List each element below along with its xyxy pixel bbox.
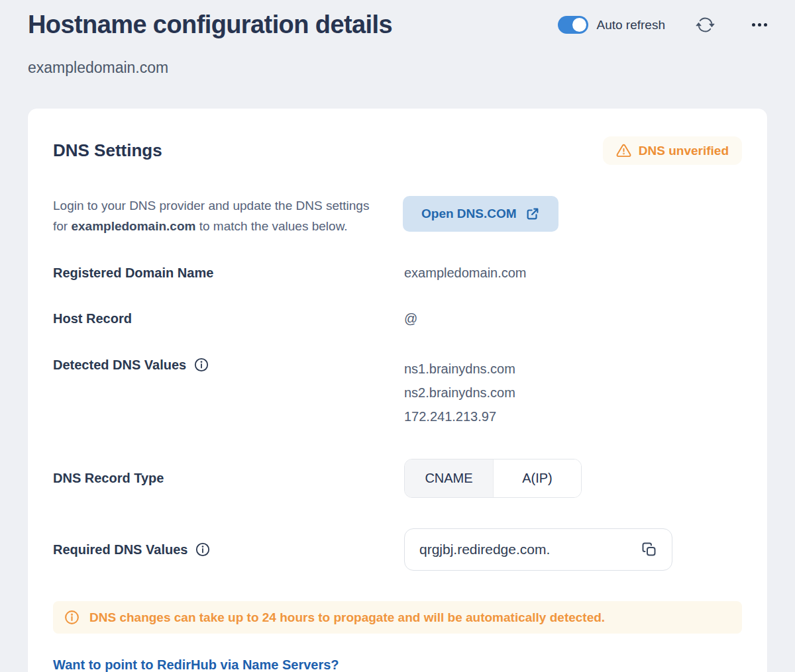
page-title: Hostname configuration details: [28, 11, 392, 39]
dns-settings-title: DNS Settings: [53, 140, 162, 161]
detected-dns-values: ns1.brainydns.com ns2.brainydns.com 172.…: [404, 357, 515, 428]
external-link-icon: [525, 207, 540, 221]
info-circle-icon[interactable]: [195, 542, 211, 557]
field-registered-domain: Registered Domain Name exampledomain.com: [53, 265, 742, 281]
host-record-value: @: [404, 311, 417, 326]
detected-dns-label: Detected DNS Values: [53, 358, 186, 373]
required-dns-label: Required DNS Values: [53, 542, 187, 557]
dns-propagation-notice: DNS changes can take up to 24 hours to p…: [53, 601, 742, 634]
dns-settings-card: DNS Settings DNS unverified Login to you…: [28, 109, 767, 672]
record-type-segmented-control: CNAME A(IP): [404, 459, 582, 498]
auto-refresh-label: Auto refresh: [597, 18, 666, 32]
field-host-record: Host Record @: [53, 311, 742, 326]
detected-dns-value-1: ns1.brainydns.com: [404, 357, 515, 381]
hostname-configuration-page: Hostname configuration details Auto refr…: [0, 0, 795, 672]
registered-domain-value: exampledomain.com: [404, 265, 527, 281]
refresh-sync-icon: [696, 15, 715, 34]
copy-icon: [641, 542, 657, 557]
info-circle-icon[interactable]: [193, 357, 209, 373]
notice-text: DNS changes can take up to 24 hours to p…: [89, 610, 605, 625]
dns-status-badge: DNS unverified: [603, 136, 742, 165]
dns-status-label: DNS unverified: [639, 144, 729, 158]
open-dns-button-label: Open DNS.COM: [421, 207, 517, 221]
auto-refresh-toggle[interactable]: [558, 16, 588, 34]
detected-dns-value-2: ns2.brainydns.com: [404, 381, 515, 405]
copy-button[interactable]: [641, 542, 657, 557]
intro-domain: exampledomain.com: [71, 219, 195, 233]
field-detected-dns: Detected DNS Values ns1.brainydns.com ns…: [53, 357, 742, 428]
host-record-label: Host Record: [53, 311, 132, 326]
warning-triangle-icon: [616, 143, 631, 158]
field-required-dns: Required DNS Values qrgjbj.rediredge.com…: [53, 528, 742, 571]
ellipsis-menu-icon: [752, 23, 755, 26]
page-subtitle-domain: exampledomain.com: [28, 59, 767, 77]
card-header: DNS Settings DNS unverified: [53, 136, 742, 165]
nameserver-link[interactable]: Want to point to RedirHub via Name Serve…: [53, 657, 339, 672]
dns-fields: Registered Domain Name exampledomain.com…: [53, 265, 742, 571]
toggle-knob: [572, 18, 586, 32]
registered-domain-label: Registered Domain Name: [53, 265, 213, 281]
intro-row: Login to your DNS provider and update th…: [53, 195, 742, 236]
record-type-option-aip[interactable]: A(IP): [493, 459, 581, 497]
field-record-type: DNS Record Type CNAME A(IP): [53, 459, 742, 498]
refresh-button[interactable]: [696, 15, 715, 34]
required-dns-value-box[interactable]: qrgjbj.rediredge.com.: [404, 528, 672, 571]
header-actions: Auto refresh: [558, 15, 768, 34]
record-type-label: DNS Record Type: [53, 471, 164, 486]
open-dns-provider-button[interactable]: Open DNS.COM: [403, 196, 558, 232]
required-dns-value: qrgjbj.rediredge.com.: [419, 542, 550, 557]
info-circle-icon: [64, 609, 80, 626]
intro-text: Login to your DNS provider and update th…: [53, 195, 378, 236]
page-header: Hostname configuration details Auto refr…: [28, 11, 767, 39]
detected-dns-value-3: 172.241.213.97: [404, 405, 515, 428]
record-type-option-cname[interactable]: CNAME: [405, 459, 493, 497]
more-options-button[interactable]: [752, 23, 767, 26]
